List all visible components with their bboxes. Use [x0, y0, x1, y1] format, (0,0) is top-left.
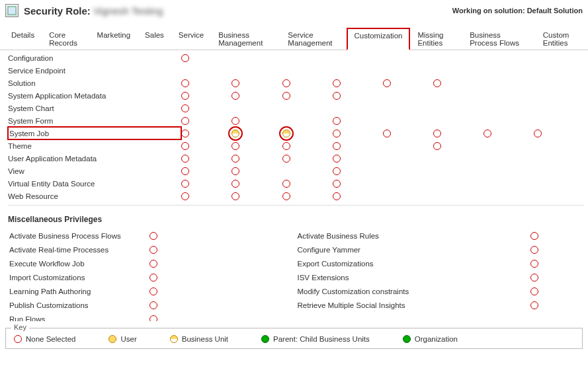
- privilege-level-none-icon[interactable]: [231, 79, 239, 87]
- privilege-level-none-icon[interactable]: [433, 79, 441, 87]
- security-role-icon: [5, 4, 19, 17]
- privilege-level-none-icon[interactable]: [383, 79, 391, 87]
- privilege-level-none-icon[interactable]: [181, 117, 189, 125]
- privilege-level-none-icon[interactable]: [530, 301, 538, 309]
- privilege-level-none-icon[interactable]: [149, 287, 157, 295]
- privilege-cell: [333, 165, 383, 177]
- privilege-cell: [433, 139, 483, 152]
- privilege-level-none-icon[interactable]: [181, 92, 189, 100]
- privilege-cell: [181, 139, 231, 152]
- privilege-level-none-icon[interactable]: [333, 180, 341, 188]
- privilege-row: Theme: [8, 139, 584, 152]
- privilege-level-none-icon[interactable]: [333, 130, 341, 137]
- privilege-level-none-icon[interactable]: [282, 180, 290, 188]
- privilege-level-none-icon[interactable]: [333, 79, 341, 87]
- legend-box: Key None SelectedUserBusiness UnitParent…: [5, 328, 583, 349]
- privilege-cell: [231, 152, 282, 165]
- tab-sales[interactable]: Sales: [138, 28, 171, 50]
- privilege-level-none-icon[interactable]: [333, 92, 341, 100]
- privilege-level-none-icon[interactable]: [530, 274, 538, 282]
- privilege-cell: [282, 77, 333, 89]
- tab-customization[interactable]: Customization: [347, 28, 411, 50]
- misc-right-table: Activate Business RulesConfigure YammerE…: [296, 228, 540, 313]
- privilege-level-parent-icon: [261, 335, 269, 343]
- privilege-level-none-icon[interactable]: [181, 130, 189, 137]
- privilege-level-none-icon[interactable]: [333, 142, 341, 150]
- tab-service-management[interactable]: Service Management: [280, 28, 346, 50]
- privilege-level-none-icon[interactable]: [149, 315, 157, 321]
- privilege-level-none-icon[interactable]: [333, 167, 341, 175]
- privilege-level-none-icon[interactable]: [231, 142, 239, 150]
- misc-cell: [149, 299, 176, 311]
- privilege-cell: [282, 152, 333, 165]
- privilege-cell: [282, 89, 333, 102]
- solution-label: Working on solution: Default Solution: [452, 7, 583, 15]
- privilege-level-none-icon[interactable]: [282, 155, 290, 163]
- tab-missing-entities[interactable]: Missing Entities: [410, 28, 462, 50]
- privilege-level-none-icon[interactable]: [333, 192, 341, 200]
- privilege-level-none-icon[interactable]: [282, 142, 290, 150]
- tab-core-records[interactable]: Core Records: [42, 28, 89, 50]
- privilege-level-none-icon[interactable]: [181, 79, 189, 87]
- privilege-level-none-icon[interactable]: [282, 79, 290, 87]
- privilege-level-none-icon[interactable]: [231, 167, 239, 175]
- privilege-level-bu-icon[interactable]: [282, 130, 290, 137]
- privilege-level-none-icon[interactable]: [181, 142, 189, 150]
- privilege-cell: [433, 127, 483, 139]
- tab-service[interactable]: Service: [171, 28, 211, 50]
- misc-cell: [149, 229, 176, 242]
- privilege-level-none-icon[interactable]: [333, 117, 341, 125]
- privilege-row: System Application Metadata: [8, 89, 584, 102]
- page-title-prefix: Security Role:: [24, 5, 91, 17]
- privilege-level-none-icon[interactable]: [231, 155, 239, 163]
- privilege-level-none-icon[interactable]: [181, 104, 189, 112]
- privilege-level-none-icon[interactable]: [433, 130, 441, 137]
- privilege-level-none-icon[interactable]: [534, 130, 542, 137]
- privilege-level-none-icon[interactable]: [231, 117, 239, 125]
- privilege-level-none-icon[interactable]: [282, 192, 290, 200]
- privilege-level-none-icon[interactable]: [181, 155, 189, 163]
- privilege-level-none-icon[interactable]: [181, 167, 189, 175]
- legend-label: None Selected: [26, 335, 75, 343]
- tab-business-process-flows[interactable]: Business Process Flows: [462, 28, 536, 50]
- privilege-name: Web Resource: [8, 190, 181, 202]
- privilege-cell: [181, 177, 231, 190]
- privilege-cell: [231, 139, 282, 152]
- privilege-level-none-icon[interactable]: [231, 92, 239, 100]
- tab-details[interactable]: Details: [4, 28, 42, 50]
- privilege-level-none-icon[interactable]: [231, 180, 239, 188]
- privilege-level-none-icon[interactable]: [149, 301, 157, 309]
- privilege-cell: [333, 152, 383, 165]
- privilege-level-none-icon[interactable]: [530, 232, 538, 240]
- misc-name: Export Customizations: [298, 257, 437, 270]
- tab-business-management[interactable]: Business Management: [211, 28, 280, 50]
- privilege-level-none-icon[interactable]: [333, 155, 341, 163]
- privilege-level-none-icon[interactable]: [530, 260, 538, 268]
- misc-name: Import Customizations: [9, 271, 148, 284]
- misc-cell: [149, 243, 176, 256]
- privilege-cell: [231, 127, 282, 139]
- privilege-level-none-icon[interactable]: [282, 92, 290, 100]
- privilege-level-none-icon[interactable]: [149, 260, 157, 268]
- privilege-level-none-icon[interactable]: [181, 180, 189, 188]
- privilege-level-none-icon[interactable]: [181, 192, 189, 200]
- privilege-cell: [282, 139, 333, 152]
- privilege-level-none-icon[interactable]: [149, 246, 157, 254]
- misc-row: Activate Business Process Flows: [9, 229, 176, 242]
- privilege-cell: [383, 77, 433, 89]
- privilege-level-none-icon[interactable]: [433, 142, 441, 150]
- misc-row: Retrieve Multiple Social Insights: [298, 299, 538, 311]
- tab-custom-entities[interactable]: Custom Entities: [536, 28, 588, 50]
- privilege-level-none-icon[interactable]: [231, 192, 239, 200]
- privilege-level-none-icon[interactable]: [530, 287, 538, 295]
- privilege-name: System Job: [8, 127, 181, 139]
- privilege-level-none-icon[interactable]: [181, 54, 189, 62]
- tab-marketing[interactable]: Marketing: [90, 28, 138, 50]
- privilege-level-user-icon: [108, 335, 116, 343]
- privilege-level-none-icon[interactable]: [530, 246, 538, 254]
- privilege-level-none-icon[interactable]: [149, 274, 157, 282]
- privilege-level-none-icon[interactable]: [149, 232, 157, 240]
- privilege-level-none-icon[interactable]: [483, 130, 491, 137]
- privilege-level-none-icon[interactable]: [383, 130, 391, 137]
- privilege-level-bu-icon[interactable]: [231, 130, 239, 137]
